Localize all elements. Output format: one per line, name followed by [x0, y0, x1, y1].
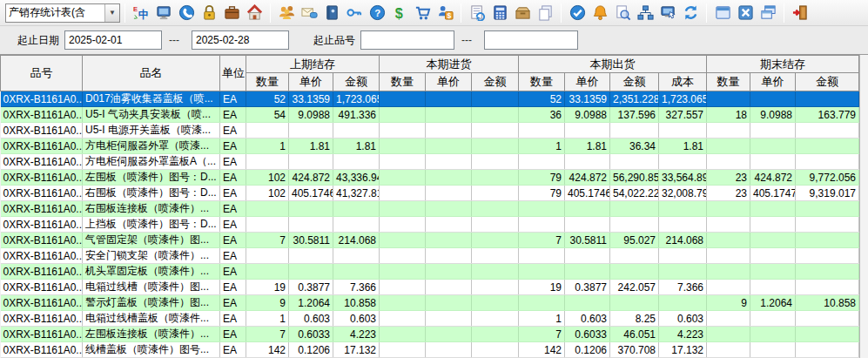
date-to-input[interactable] — [192, 30, 289, 50]
value-cell: 1 — [519, 311, 565, 327]
product-name-cell: 机头罩固定板（喷漆件）... — [83, 264, 220, 280]
table-row[interactable]: 0XRX-B1161A0...右围板连接板（喷漆件）...EA — [1, 201, 859, 217]
value-cell — [707, 280, 750, 295]
window-icon[interactable] — [712, 3, 733, 24]
col-header-product-no[interactable]: 品号 — [1, 56, 83, 91]
cascade-icon[interactable] — [757, 3, 778, 24]
help-icon[interactable]: ? — [367, 3, 387, 24]
value-cell: 7 — [519, 233, 565, 248]
value-cell: 405.1747 — [750, 186, 796, 201]
col-header-qty[interactable]: 数量 — [380, 73, 426, 91]
search-doc-icon[interactable] — [612, 3, 633, 24]
table-row[interactable]: 0XRX-B1161A0...上挡板（喷漆件）图号：D...EA — [1, 217, 859, 233]
chevron-down-icon[interactable]: ▼ — [104, 4, 119, 22]
refresh-icon[interactable] — [680, 3, 701, 24]
home-icon[interactable] — [244, 3, 265, 24]
users-icon[interactable] — [276, 3, 297, 24]
col-header-unit[interactable]: 单位 — [220, 56, 246, 91]
date-range-separator: --- — [169, 34, 179, 46]
value-cell — [289, 264, 333, 280]
value-cell: 7 — [246, 327, 289, 342]
value-cell: 95.027 — [610, 233, 659, 248]
notebook-icon[interactable] — [321, 3, 342, 24]
value-cell — [707, 138, 750, 154]
value-cell — [707, 264, 750, 280]
product-name-cell: 方电柜伺服器外罩（喷漆... — [83, 138, 220, 154]
grid-right-filler — [859, 55, 868, 358]
value-cell — [246, 264, 289, 280]
col-header-price[interactable]: 单价 — [565, 73, 610, 91]
calculator-icon[interactable] — [489, 3, 510, 24]
table-row[interactable]: 0XRX-B1161A0...方电柜伺服器外罩（喷漆...EA11.811.81… — [1, 138, 859, 154]
report-refresh-icon[interactable] — [467, 3, 488, 24]
col-header-price[interactable]: 单价 — [750, 73, 796, 91]
value-cell — [750, 217, 796, 233]
value-cell: 36 — [519, 107, 565, 123]
table-row[interactable]: 0XRX-B1161A0...D017油雾收集器盖板（喷...EA5233.13… — [1, 91, 859, 107]
phone-icon[interactable] — [176, 3, 197, 24]
table-row[interactable]: 0XRX-B1161A0...U5-I 气动夹具安装板（喷...EA549.09… — [1, 107, 859, 123]
table-row[interactable]: 0XRX-B1161A0...机头罩固定板（喷漆件）...EA — [1, 264, 859, 280]
value-cell — [565, 264, 610, 280]
bell-icon[interactable] — [589, 3, 610, 24]
col-header-price[interactable]: 单价 — [289, 73, 333, 91]
exit-icon[interactable] — [790, 3, 811, 24]
table-row[interactable]: 0XRX-B1161A0...电箱过线槽（喷漆件）图...EA190.38777… — [1, 280, 859, 295]
col-header-qty[interactable]: 数量 — [519, 73, 565, 91]
lock-icon[interactable] — [198, 3, 219, 24]
value-cell — [796, 138, 859, 154]
table-row[interactable]: 0XRX-B1161A0...U5-I 电源开关盖板（喷漆...EA — [1, 123, 859, 138]
org-chart-icon[interactable] — [635, 3, 656, 24]
value-cell: 52 — [519, 91, 565, 107]
group-header-period-incoming: 本期进货 — [380, 56, 519, 73]
value-cell — [750, 327, 796, 342]
table-row[interactable]: 0XRX-B1161A0...电箱过线槽盖板（喷漆件...EA10.6030.6… — [1, 311, 859, 327]
col-header-amount[interactable]: 金额 — [610, 73, 659, 91]
mail-icon[interactable] — [299, 3, 320, 24]
lang-switch-icon[interactable]: E中 — [131, 3, 151, 24]
unit-cell: EA — [220, 264, 246, 280]
archive-icon[interactable] — [512, 3, 533, 24]
col-header-qty[interactable]: 数量 — [707, 73, 750, 91]
value-cell — [380, 123, 426, 138]
product-name-cell: 警示灯盖板（喷漆件）图... — [83, 295, 220, 311]
briefcase-icon[interactable] — [221, 3, 242, 24]
finance-icon[interactable]: $ — [434, 3, 455, 24]
monitor-icon[interactable] — [153, 3, 174, 24]
table-row[interactable]: 0XRX-B1161A0...警示灯盖板（喷漆件）图...EA91.206410… — [1, 295, 859, 311]
table-row[interactable]: 0XRX-B1161A0...安全门锁支架（喷漆件）...EA — [1, 248, 859, 264]
copy-icon[interactable] — [535, 3, 555, 24]
col-header-cost[interactable]: 成本 — [659, 73, 707, 91]
table-row[interactable]: 0XRX-B1161A0...左围板连接板（喷漆件）...EA70.60334.… — [1, 327, 859, 342]
cart-icon[interactable] — [412, 3, 433, 24]
remote-icon[interactable] — [657, 3, 678, 24]
toolbar-separator — [270, 3, 271, 23]
report-type-select[interactable]: 产销存统计表(含 ▼ — [5, 3, 120, 23]
table-row[interactable]: 0XRX-B1161A0...方电柜伺服器外罩盖板A（...EA — [1, 154, 859, 170]
value-cell: 10.858 — [796, 295, 859, 311]
col-header-price[interactable]: 单价 — [426, 73, 472, 91]
value-cell — [610, 264, 659, 280]
key-icon[interactable] — [344, 3, 365, 24]
table-row[interactable]: 0XRX-B1161A0...右围板（喷漆件）图号：D...EA102405.1… — [1, 186, 859, 201]
value-cell — [333, 201, 380, 217]
close-window-icon[interactable] — [735, 3, 756, 24]
dollar-icon[interactable]: $ — [389, 3, 410, 24]
col-header-amount[interactable]: 金额 — [472, 73, 519, 91]
item-to-input[interactable] — [484, 30, 578, 50]
table-row[interactable]: 0XRX-B1161A0...线槽盖板（喷漆件）图号...EA1420.1206… — [1, 342, 859, 358]
table-row[interactable]: 0XRX-B1161A0...左围板（喷漆件）图号：D...EA102424.8… — [1, 170, 859, 186]
value-cell: 102 — [246, 186, 289, 201]
approve-icon[interactable] — [567, 3, 588, 24]
table-row[interactable]: 0XRX-B1161A0...气管固定架（喷漆件）图...EA730.58112… — [1, 233, 859, 248]
item-from-input[interactable] — [360, 30, 454, 50]
col-header-amount[interactable]: 金额 — [333, 73, 380, 91]
col-header-amount[interactable]: 金额 — [796, 73, 859, 91]
col-header-product-name[interactable]: 品名 — [83, 56, 220, 91]
value-cell — [707, 327, 750, 342]
value-cell: 9 — [707, 295, 750, 311]
col-header-qty[interactable]: 数量 — [246, 73, 289, 91]
date-from-input[interactable] — [64, 30, 162, 50]
value-cell: 1 — [246, 138, 289, 154]
unit-cell: EA — [220, 295, 246, 311]
